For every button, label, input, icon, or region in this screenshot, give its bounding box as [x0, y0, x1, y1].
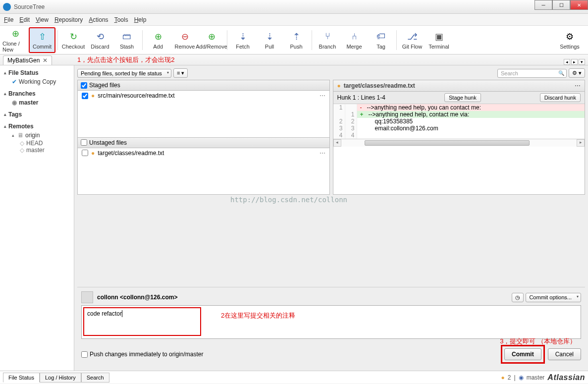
toolbar-merge[interactable]: ⑃Merge — [341, 27, 368, 53]
menu-edit[interactable]: Edit — [19, 16, 30, 23]
repo-tab-label: MyBatisGen — [7, 57, 40, 64]
modified-icon: ● — [91, 92, 95, 99]
toolbar-clone-new[interactable]: ⊕Clone / New — [2, 27, 29, 53]
diff-menu-icon[interactable]: ⋯ — [575, 82, 581, 89]
app-icon — [3, 3, 11, 11]
horizontal-scrollbar[interactable]: ◂▸ — [333, 139, 585, 147]
staged-file-row[interactable]: ● src/main/resource/readme.txt ⋯ — [78, 91, 329, 101]
diff-panel: ● target/classes/readme.txt ⋯ Hunk 1 : L… — [333, 80, 586, 195]
modified-icon: ● — [91, 150, 95, 157]
ref-icon: ◇ — [20, 147, 24, 154]
sidebar-working-copy[interactable]: ✔ Working Copy — [2, 77, 72, 86]
discard-hunk-button[interactable]: Discard hunk — [540, 93, 581, 102]
close-button[interactable]: ✕ — [570, 0, 588, 10]
close-tab-icon[interactable]: ✕ — [43, 57, 48, 64]
status-tab-log[interactable]: Log / History — [40, 373, 81, 383]
status-branch: master — [527, 374, 545, 381]
menu-actions[interactable]: Actions — [89, 16, 108, 23]
pending-count-icon: ● — [501, 374, 505, 381]
file-menu-icon[interactable]: ⋯ — [320, 92, 325, 99]
tool-icon: ⟲ — [94, 31, 106, 43]
toolbar: ⊕Clone / New⇧Commit↻Checkout⟲Discard🗃Sta… — [0, 26, 588, 55]
branch-indicator-icon: ◉ — [519, 374, 524, 381]
diff-line: 1- -->anything need help, you can contac… — [333, 104, 585, 111]
commit-options-dropdown[interactable]: Commit options... — [526, 293, 581, 302]
filter-row: Pending files, sorted by file status ≡ ▾… — [77, 68, 585, 78]
toolbar-add-remove[interactable]: ⊕Add/Remove — [198, 27, 225, 53]
statusbar: File Status Log / History Search ● 2 | ◉… — [0, 371, 588, 384]
repo-tabbar: MyBatisGen ✕ ◂ ▸ ▾ — [0, 55, 588, 65]
sidebar-file-status[interactable]: File Status — [2, 68, 72, 77]
tool-icon: ⊖ — [179, 31, 191, 43]
search-input[interactable]: Search — [497, 69, 567, 78]
sidebar-remotes[interactable]: Remotes — [2, 122, 72, 131]
push-immediately-checkbox[interactable]: Push changes immediately to origin/maste… — [81, 351, 203, 358]
ref-icon: ◇ — [20, 140, 24, 147]
toolbar-commit[interactable]: ⇧Commit — [29, 27, 55, 53]
sidebar-branch-master[interactable]: ◉ master — [2, 98, 72, 107]
sidebar-remote-head[interactable]: ◇ HEAD — [2, 140, 72, 147]
maximize-button[interactable]: ☐ — [552, 0, 570, 10]
toolbar-push[interactable]: ⇡Push — [283, 27, 310, 53]
tab-prev[interactable]: ◂ — [564, 59, 570, 65]
menu-file[interactable]: File — [4, 16, 13, 23]
menu-tools[interactable]: Tools — [114, 16, 128, 23]
settings-button[interactable]: ⚙ Settings — [556, 27, 583, 53]
tool-icon: ⇧ — [36, 31, 48, 43]
status-tab-file-status[interactable]: File Status — [3, 373, 40, 383]
toolbar-fetch[interactable]: ⇣Fetch — [229, 27, 256, 53]
unstaged-file-row[interactable]: ● target/classes/readme.txt ⋯ — [78, 148, 329, 158]
options-gear-button[interactable]: ⚙ ▾ — [569, 68, 585, 78]
staged-checkbox[interactable] — [81, 82, 87, 89]
tab-nav: ◂ ▸ ▾ — [564, 59, 585, 65]
sidebar-remote-master[interactable]: ◇ master — [2, 147, 72, 154]
toolbar-add[interactable]: ⊕Add — [145, 27, 171, 53]
tool-icon: ↻ — [67, 31, 79, 43]
sidebar-branches[interactable]: Branches — [2, 89, 72, 98]
sidebar: File Status ✔ Working Copy Branches ◉ ma… — [0, 65, 74, 371]
file-checkbox[interactable] — [82, 150, 88, 156]
stage-hunk-button[interactable]: Stage hunk — [444, 93, 481, 102]
unstaged-checkbox[interactable] — [81, 139, 87, 146]
tool-icon: 🏷 — [375, 31, 387, 43]
history-button[interactable]: ◷ — [512, 293, 524, 302]
cancel-button[interactable]: Cancel — [548, 348, 581, 360]
file-checkbox[interactable] — [82, 93, 88, 99]
commit-message-input[interactable]: code refactor​ — [81, 305, 581, 339]
status-tab-search[interactable]: Search — [81, 373, 109, 383]
toolbar-discard[interactable]: ⟲Discard — [87, 27, 113, 53]
minimize-button[interactable]: ─ — [535, 0, 552, 10]
server-icon: 🖥 — [17, 132, 23, 139]
tab-list[interactable]: ▾ — [579, 59, 585, 65]
tab-next[interactable]: ▸ — [571, 59, 578, 65]
toolbar-checkout[interactable]: ↻Checkout — [60, 27, 87, 53]
menu-help[interactable]: Help — [134, 16, 147, 23]
pending-files-dropdown[interactable]: Pending files, sorted by file status — [77, 69, 171, 78]
toolbar-tag[interactable]: 🏷Tag — [368, 27, 394, 53]
diff-line: 33 email:collonn@126.com — [333, 125, 585, 132]
view-mode-button[interactable]: ≡ ▾ — [173, 68, 188, 78]
menu-repository[interactable]: Repository — [54, 16, 83, 23]
toolbar-branch[interactable]: ⑂Branch — [314, 27, 341, 53]
unstaged-header: Unstaged files — [78, 137, 329, 148]
toolbar-remove[interactable]: ⊖Remove — [171, 27, 198, 53]
content-area: Pending files, sorted by file status ≡ ▾… — [74, 65, 588, 371]
file-list-panel: Staged files ● src/main/resource/readme.… — [77, 80, 330, 195]
toolbar-git-flow[interactable]: ⎇Git Flow — [399, 27, 426, 53]
toolbar-pull[interactable]: ⇣Pull — [256, 27, 283, 53]
commit-button[interactable]: Commit — [504, 348, 541, 360]
tool-icon: ▣ — [433, 31, 445, 43]
sidebar-remote-origin[interactable]: ▴ 🖥 origin — [2, 131, 72, 140]
toolbar-terminal[interactable]: ▣Terminal — [426, 27, 452, 53]
toolbar-stash[interactable]: 🗃Stash — [113, 27, 140, 53]
diff-line: 44 — [333, 132, 585, 139]
repo-tab[interactable]: MyBatisGen ✕ — [3, 55, 52, 65]
tool-icon: ⑃ — [348, 31, 360, 43]
tree-toggle-icon[interactable]: ▴ — [12, 133, 14, 138]
menu-view[interactable]: View — [36, 16, 49, 23]
diff-line: 1+ -->anything need help, contact me via… — [333, 111, 585, 118]
tool-icon: ⊕ — [206, 31, 217, 43]
file-menu-icon[interactable]: ⋯ — [320, 150, 325, 157]
sidebar-tags[interactable]: Tags — [2, 110, 72, 119]
gear-icon: ⚙ — [564, 31, 576, 43]
